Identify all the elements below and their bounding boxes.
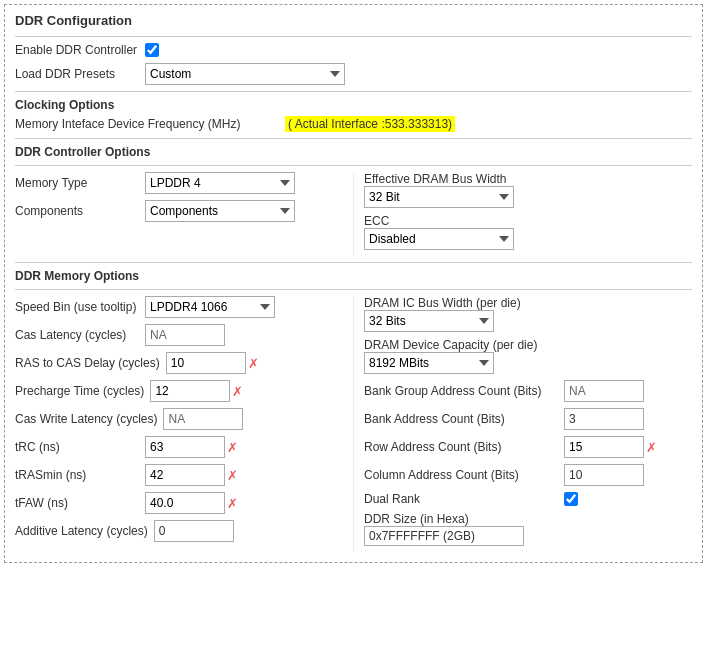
bank-address-count-row: Bank Address Count (Bits) 3 — [364, 408, 692, 430]
bank-group-address-label: Bank Group Address Count (Bits) — [364, 384, 564, 398]
tfaw-row: tFAW (ns) 40.0 ✗ — [15, 492, 343, 514]
ras-to-cas-input[interactable]: 10 — [166, 352, 246, 374]
trc-label: tRC (ns) — [15, 440, 145, 454]
ras-to-cas-label: RAS to CAS Delay (cycles) — [15, 356, 166, 370]
enable-ddr-checkbox[interactable] — [145, 43, 159, 57]
cas-latency-row: Cas Latency (cycles) NA — [15, 324, 343, 346]
trasmin-row: tRASmin (ns) 42 ✗ — [15, 464, 343, 486]
enable-ddr-label: Enable DDR Controller — [15, 43, 145, 57]
tfaw-label: tFAW (ns) — [15, 496, 145, 510]
column-address-count-input: 10 — [564, 464, 644, 486]
memory-freq-row: Memory Inteface Device Frequency (MHz) (… — [15, 116, 692, 132]
trc-row: tRC (ns) 63 ✗ — [15, 436, 343, 458]
column-address-count-row: Column Address Count (Bits) 10 — [364, 464, 692, 486]
speed-bin-select[interactable]: LPDDR4 1066 LPDDR4 2133 LPDDR4 3200 — [145, 296, 275, 318]
enable-ddr-row: Enable DDR Controller — [15, 43, 692, 57]
load-presets-label: Load DDR Presets — [15, 67, 145, 81]
trasmin-clear[interactable]: ✗ — [227, 469, 238, 482]
actual-interface-value: ( Actual Interface :533.333313) — [285, 116, 455, 132]
tfaw-wrapper: 40.0 ✗ — [145, 492, 238, 514]
load-presets-row: Load DDR Presets Custom DDR3 DDR4 LPDDR4 — [15, 63, 692, 85]
bank-address-count-input: 3 — [564, 408, 644, 430]
enable-ddr-checkbox-wrapper — [145, 43, 159, 57]
trc-input[interactable]: 63 — [145, 436, 225, 458]
additive-latency-row: Additive Latency (cycles) 0 — [15, 520, 343, 542]
load-presets-select[interactable]: Custom DDR3 DDR4 LPDDR4 — [145, 63, 345, 85]
additive-latency-label: Additive Latency (cycles) — [15, 524, 154, 538]
memory-right-col: DRAM IC Bus Width (per die) 32 Bits 16 B… — [353, 296, 692, 552]
ras-to-cas-clear[interactable]: ✗ — [248, 357, 259, 370]
precharge-time-row: Precharge Time (cycles) 12 ✗ — [15, 380, 343, 402]
effective-dram-row: Effective DRAM Bus Width 32 Bit 16 Bit 6… — [364, 172, 692, 208]
column-address-count-label: Column Address Count (Bits) — [364, 468, 564, 482]
ddr-configuration-panel: DDR Configuration Enable DDR Controller … — [4, 4, 703, 563]
effective-dram-select[interactable]: 32 Bit 16 Bit 64 Bit — [364, 186, 514, 208]
additive-latency-input: 0 — [154, 520, 234, 542]
precharge-time-label: Precharge Time (cycles) — [15, 384, 150, 398]
controller-left-col: Memory Type LPDDR 4 DDR3 DDR4 LPDDR3 Com… — [15, 172, 353, 256]
row-address-count-label: Row Address Count (Bits) — [364, 440, 564, 454]
components-row: Components Components Modules — [15, 200, 343, 222]
clocking-options-label: Clocking Options — [15, 98, 692, 112]
cas-write-latency-input: NA — [163, 408, 243, 430]
row-address-count-clear[interactable]: ✗ — [646, 441, 657, 454]
tfaw-clear[interactable]: ✗ — [227, 497, 238, 510]
trasmin-label: tRASmin (ns) — [15, 468, 145, 482]
trasmin-wrapper: 42 ✗ — [145, 464, 238, 486]
row-address-count-wrapper: 15 ✗ — [564, 436, 657, 458]
dual-rank-label: Dual Rank — [364, 492, 564, 506]
memory-freq-label: Memory Inteface Device Frequency (MHz) — [15, 117, 285, 131]
dram-device-capacity-select[interactable]: 8192 MBits 4096 MBits 2048 MBits — [364, 352, 494, 374]
cas-write-latency-label: Cas Write Latency (cycles) — [15, 412, 163, 426]
dual-rank-row: Dual Rank — [364, 492, 692, 506]
bank-group-address-input: NA — [564, 380, 644, 402]
precharge-time-clear[interactable]: ✗ — [232, 385, 243, 398]
memory-type-row: Memory Type LPDDR 4 DDR3 DDR4 LPDDR3 — [15, 172, 343, 194]
dram-ic-bus-width-label: DRAM IC Bus Width (per die) — [364, 296, 564, 310]
ras-to-cas-row: RAS to CAS Delay (cycles) 10 ✗ — [15, 352, 343, 374]
bank-address-count-label: Bank Address Count (Bits) — [364, 412, 564, 426]
memory-type-label: Memory Type — [15, 176, 145, 190]
dram-device-capacity-label: DRAM Device Capacity (per die) — [364, 338, 564, 352]
trc-wrapper: 63 ✗ — [145, 436, 238, 458]
ddr-size-value: 0x7FFFFFFF (2GB) — [364, 526, 524, 546]
ddr-size-label: DDR Size (in Hexa) — [364, 512, 564, 526]
dual-rank-checkbox[interactable] — [564, 492, 578, 506]
controller-options-cols: Memory Type LPDDR 4 DDR3 DDR4 LPDDR3 Com… — [15, 172, 692, 256]
ecc-label: ECC — [364, 214, 564, 228]
ecc-row: ECC Disabled Enabled — [364, 214, 692, 250]
components-select[interactable]: Components Modules — [145, 200, 295, 222]
ddr-memory-options-label: DDR Memory Options — [15, 269, 692, 283]
precharge-time-input[interactable]: 12 — [150, 380, 230, 402]
trc-clear[interactable]: ✗ — [227, 441, 238, 454]
trasmin-input[interactable]: 42 — [145, 464, 225, 486]
panel-title: DDR Configuration — [15, 13, 692, 28]
row-address-count-input[interactable]: 15 — [564, 436, 644, 458]
dram-ic-bus-width-row: DRAM IC Bus Width (per die) 32 Bits 16 B… — [364, 296, 692, 332]
cas-latency-label: Cas Latency (cycles) — [15, 328, 145, 342]
precharge-time-wrapper: 12 ✗ — [150, 380, 243, 402]
bank-group-address-row: Bank Group Address Count (Bits) NA — [364, 380, 692, 402]
effective-dram-label: Effective DRAM Bus Width — [364, 172, 564, 186]
cas-latency-input: NA — [145, 324, 225, 346]
dram-device-capacity-row: DRAM Device Capacity (per die) 8192 MBit… — [364, 338, 692, 374]
cas-write-latency-row: Cas Write Latency (cycles) NA — [15, 408, 343, 430]
ras-to-cas-wrapper: 10 ✗ — [166, 352, 259, 374]
tfaw-input[interactable]: 40.0 — [145, 492, 225, 514]
controller-right-col: Effective DRAM Bus Width 32 Bit 16 Bit 6… — [353, 172, 692, 256]
memory-type-select[interactable]: LPDDR 4 DDR3 DDR4 LPDDR3 — [145, 172, 295, 194]
ddr-size-row: DDR Size (in Hexa) 0x7FFFFFFF (2GB) — [364, 512, 692, 546]
dual-rank-checkbox-wrapper — [564, 492, 578, 506]
speed-bin-label: Speed Bin (use tooltip) — [15, 300, 145, 314]
dram-ic-bus-width-select[interactable]: 32 Bits 16 Bits 8 Bits — [364, 310, 494, 332]
ddr-controller-options-label: DDR Controller Options — [15, 145, 692, 159]
row-address-count-row: Row Address Count (Bits) 15 ✗ — [364, 436, 692, 458]
memory-options-cols: Speed Bin (use tooltip) LPDDR4 1066 LPDD… — [15, 296, 692, 552]
ecc-select[interactable]: Disabled Enabled — [364, 228, 514, 250]
components-label: Components — [15, 204, 145, 218]
memory-left-col: Speed Bin (use tooltip) LPDDR4 1066 LPDD… — [15, 296, 353, 552]
speed-bin-row: Speed Bin (use tooltip) LPDDR4 1066 LPDD… — [15, 296, 343, 318]
